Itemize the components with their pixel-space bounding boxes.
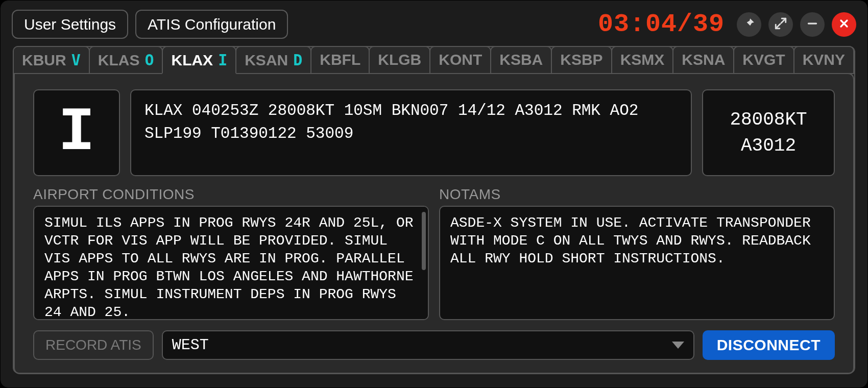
- expand-icon: [774, 17, 787, 32]
- chevron-down-icon: [672, 342, 684, 349]
- top-bar: User Settings ATIS Configuration 03:04/3…: [1, 1, 867, 46]
- disconnect-button[interactable]: DISCONNECT: [703, 330, 835, 360]
- close-button[interactable]: [832, 12, 856, 37]
- tab-icao: KLGB: [378, 51, 421, 68]
- tab-icao: KVGT: [742, 51, 785, 68]
- tab-atis-letter: D: [293, 51, 302, 69]
- tab-icao: KBUR: [22, 52, 66, 69]
- tab-klax[interactable]: KLAXI: [162, 46, 236, 74]
- wind-altimeter-box: 28008KT A3012: [702, 89, 835, 176]
- tab-ksmx[interactable]: KSMX: [611, 46, 674, 74]
- altimeter-value: A3012: [741, 135, 796, 156]
- tab-icao: KLAS: [98, 52, 140, 69]
- tab-icao: KSBA: [499, 51, 543, 68]
- tab-icao: KSBP: [560, 51, 602, 68]
- tab-icao: KBFL: [320, 51, 360, 68]
- wind-value: 28008KT: [730, 109, 807, 130]
- minimize-button[interactable]: [800, 12, 825, 37]
- airport-tabs: KBURVKLASOKLAXIKSANDKBFLKLGBKONTKSBAKSBP…: [13, 46, 854, 74]
- airport-conditions-input[interactable]: SIMUL ILS APPS IN PROG RWYS 24R AND 25L,…: [33, 206, 429, 320]
- tab-icao: KSAN: [245, 52, 288, 69]
- pin-icon: [742, 17, 756, 32]
- atis-letter: I: [58, 98, 95, 167]
- user-settings-button[interactable]: User Settings: [12, 10, 128, 39]
- atis-configuration-button[interactable]: ATIS Configuration: [135, 10, 288, 39]
- airport-conditions-column: AIRPORT CONDITIONS SIMUL ILS APPS IN PRO…: [33, 186, 429, 320]
- tab-content: I KLAX 040253Z 28008KT 10SM BKN007 14/12…: [14, 73, 854, 374]
- tab-atis-letter: O: [144, 51, 154, 69]
- tab-icao: KSMX: [620, 51, 665, 68]
- tab-icao: KONT: [439, 51, 482, 68]
- utc-clock: 03:04/39: [598, 10, 725, 39]
- main-panel: KBURVKLASOKLAXIKSANDKBFLKLGBKONTKSBAKSBP…: [13, 46, 855, 374]
- app-window: User Settings ATIS Configuration 03:04/3…: [0, 0, 868, 388]
- tab-ksba[interactable]: KSBA: [490, 46, 552, 74]
- notams-label: NOTAMS: [439, 186, 835, 203]
- notams-input[interactable]: ASDE-X SYSTEM IN USE. ACTIVATE TRANSPOND…: [439, 206, 835, 320]
- direction-value: WEST: [172, 336, 209, 354]
- tab-icao: KLAX: [171, 52, 213, 69]
- record-atis-button[interactable]: RECORD ATIS: [33, 330, 154, 360]
- airport-conditions-label: AIRPORT CONDITIONS: [33, 186, 429, 203]
- pin-button[interactable]: [737, 12, 761, 37]
- footer-row: RECORD ATIS WEST DISCONNECT: [33, 330, 835, 360]
- tab-kvgt[interactable]: KVGT: [733, 46, 794, 74]
- tab-kbur[interactable]: KBURV: [13, 46, 90, 74]
- tab-icao: KVNY: [803, 51, 845, 68]
- atis-letter-box: I: [33, 89, 120, 176]
- tab-klgb[interactable]: KLGB: [369, 46, 430, 74]
- metar-row: I KLAX 040253Z 28008KT 10SM BKN007 14/12…: [33, 89, 835, 176]
- notams-column: NOTAMS ASDE-X SYSTEM IN USE. ACTIVATE TR…: [439, 186, 835, 320]
- tab-kbfl[interactable]: KBFL: [310, 46, 370, 74]
- expand-button[interactable]: [768, 12, 793, 37]
- metar-text: KLAX 040253Z 28008KT 10SM BKN007 14/12 A…: [130, 89, 692, 176]
- close-icon: [838, 17, 850, 32]
- tab-atis-letter: I: [218, 51, 227, 69]
- tab-klas[interactable]: KLASO: [89, 46, 163, 74]
- tab-ksan[interactable]: KSAND: [235, 46, 311, 74]
- tab-kont[interactable]: KONT: [429, 46, 491, 74]
- minimize-icon: [806, 17, 819, 32]
- tab-ksbp[interactable]: KSBP: [551, 46, 612, 74]
- tab-kvny[interactable]: KVNY: [793, 46, 854, 74]
- info-row: AIRPORT CONDITIONS SIMUL ILS APPS IN PRO…: [33, 186, 835, 320]
- direction-select[interactable]: WEST: [162, 330, 694, 360]
- tab-icao: KSNA: [682, 51, 725, 68]
- tab-atis-letter: V: [71, 51, 81, 69]
- tab-ksna[interactable]: KSNA: [672, 46, 734, 74]
